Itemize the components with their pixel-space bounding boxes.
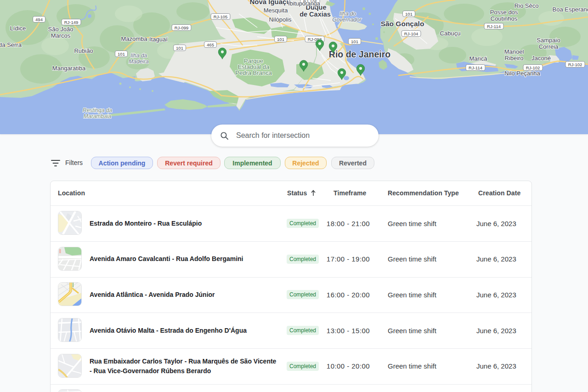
svg-text:Correia: Correia: [539, 43, 559, 50]
svg-text:RJ-102: RJ-102: [526, 65, 540, 70]
svg-text:Lídice: Lídice: [10, 25, 26, 32]
svg-text:Jaconé: Jaconé: [531, 55, 551, 62]
svg-text:Pedra Branca: Pedra Branca: [235, 69, 272, 76]
svg-text:Nilo Peçanha: Nilo Peçanha: [504, 70, 540, 77]
svg-text:RJ-114: RJ-114: [469, 65, 482, 70]
svg-text:465: 465: [207, 42, 214, 47]
svg-text:RJ-105: RJ-105: [214, 14, 228, 19]
svg-text:Rio de Janeiro: Rio de Janeiro: [329, 49, 390, 59]
svg-text:Nova Iguaçu: Nova Iguaçu: [249, 0, 290, 6]
svg-text:RJ-149: RJ-149: [64, 20, 79, 25]
svg-text:RJ-104: RJ-104: [404, 31, 418, 36]
svg-text:Ibituporanga: Ibituporanga: [288, 0, 320, 7]
svg-text:101: 101: [118, 51, 125, 57]
svg-text:da Serra: da Serra: [0, 41, 22, 48]
svg-text:494: 494: [35, 17, 43, 22]
svg-text:Rubião: Rubião: [74, 47, 93, 54]
svg-text:São Gonçalo: São Gonçalo: [381, 20, 424, 28]
svg-text:Rio Sêco: Rio Sêco: [514, 2, 539, 9]
svg-text:Ribeiro: Ribeiro: [504, 55, 523, 62]
svg-text:101: 101: [351, 39, 358, 44]
svg-text:Governador: Governador: [332, 17, 362, 23]
svg-text:São João: São João: [48, 26, 74, 33]
svg-text:Sampaio: Sampaio: [537, 37, 560, 44]
svg-text:Ilha da: Ilha da: [130, 52, 147, 59]
svg-text:Ilha do: Ilha do: [339, 11, 356, 17]
svg-text:101: 101: [405, 11, 413, 17]
svg-text:101: 101: [176, 45, 183, 51]
svg-text:RJ-099: RJ-099: [175, 25, 189, 30]
svg-text:Manoel: Manoel: [504, 48, 524, 55]
svg-text:Mazomba: Mazomba: [121, 35, 147, 42]
svg-text:Madeira: Madeira: [129, 58, 149, 65]
svg-text:Mesquita: Mesquita: [264, 7, 288, 14]
svg-text:Nilópolis: Nilópolis: [269, 16, 292, 23]
svg-text:Marcos: Marcos: [51, 32, 71, 39]
svg-text:de Caxias: de Caxias: [300, 11, 331, 18]
svg-text:Maricá: Maricá: [469, 55, 487, 62]
svg-text:RJ-114: RJ-114: [487, 24, 501, 29]
svg-text:Cabuçu: Cabuçu: [440, 30, 461, 37]
svg-text:101: 101: [277, 37, 284, 42]
svg-text:Restinga da: Restinga da: [83, 107, 112, 114]
svg-text:Posse dos: Posse dos: [490, 9, 518, 16]
svg-text:Coutinhos: Coutinhos: [491, 15, 518, 22]
svg-text:Boa Esperança: Boa Esperança: [553, 6, 588, 13]
svg-text:Itaguaí: Itaguaí: [149, 36, 168, 43]
svg-text:Mangaratiba: Mangaratiba: [52, 65, 86, 72]
svg-text:RJ-102: RJ-102: [568, 62, 582, 67]
svg-text:Marambaia: Marambaia: [84, 113, 111, 119]
